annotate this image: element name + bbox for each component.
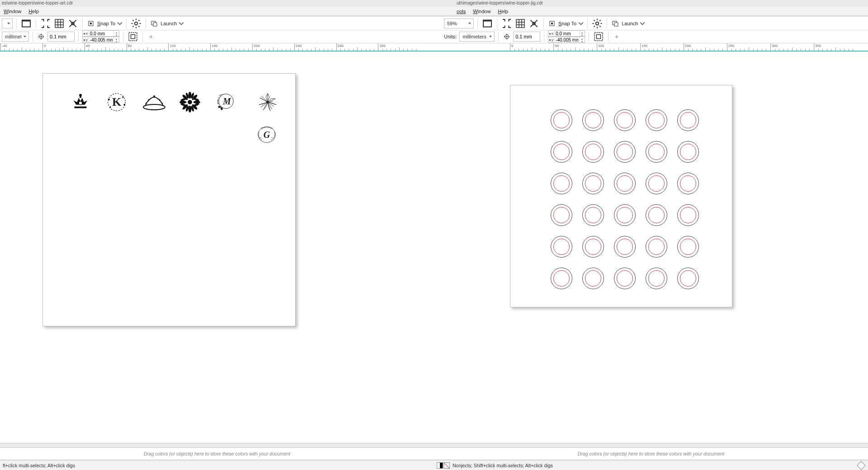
jig-circle[interactable] xyxy=(672,168,704,199)
jig-circle[interactable] xyxy=(641,168,672,199)
options-gear-icon[interactable] xyxy=(130,18,142,29)
menu-window-left[interactable]: Window xyxy=(0,8,25,15)
chevron-down-icon[interactable] xyxy=(179,19,184,28)
units-label-right: Units: xyxy=(444,34,457,39)
monogram-m-wreath-icon[interactable]: M xyxy=(215,92,236,113)
fullscreen-icon[interactable] xyxy=(20,18,32,29)
launch-window-icon xyxy=(150,19,159,28)
monogram-m-letter: M xyxy=(223,96,231,107)
svg-point-26 xyxy=(153,95,155,97)
duplicate-distance-right[interactable]: ▸x▴▾ ▸y▴▾ xyxy=(548,30,585,43)
svg-rect-19 xyxy=(597,35,601,39)
jig-circle[interactable] xyxy=(577,104,609,136)
jig-circle[interactable] xyxy=(672,104,704,136)
jig-circle[interactable] xyxy=(546,168,577,199)
workspace-left[interactable]: K M G xyxy=(0,52,434,443)
snap-to-label-left[interactable]: Snap To xyxy=(97,21,115,26)
jig-circle[interactable] xyxy=(546,199,577,231)
color-tray-right[interactable]: Drag colors (or objects) here to store t… xyxy=(434,448,868,460)
options-gear-icon[interactable] xyxy=(591,18,603,29)
jig-circle[interactable] xyxy=(672,199,704,231)
svg-rect-10 xyxy=(516,19,524,28)
jig-circle[interactable] xyxy=(672,136,704,168)
tiara-icon[interactable] xyxy=(142,94,166,111)
svg-point-34 xyxy=(179,101,186,104)
snap-to-label-right[interactable]: Snap To xyxy=(558,21,576,26)
add-preset-icon[interactable]: + xyxy=(612,33,621,40)
units-combo-left[interactable]: millimeters xyxy=(2,32,29,42)
jig-circle[interactable] xyxy=(609,136,641,168)
duplicate-distance-left[interactable]: ▸x▴▾ ▸y▴▾ xyxy=(82,30,119,43)
title-left: es\wine-toppers\wine-topper-art.cdr xyxy=(0,0,413,7)
monogram-k-letter: K xyxy=(112,95,121,109)
jig-circle[interactable] xyxy=(609,263,641,294)
outline-swatch-icon[interactable] xyxy=(443,462,450,469)
jig-circle[interactable] xyxy=(641,199,672,231)
svg-point-25 xyxy=(143,104,165,110)
jig-circle[interactable] xyxy=(546,231,577,263)
jig-circle[interactable] xyxy=(672,231,704,263)
jig-circle[interactable] xyxy=(672,263,704,294)
monogram-g-wreath-icon[interactable]: G xyxy=(256,124,277,145)
jig-circle[interactable] xyxy=(641,231,672,263)
jig-circle[interactable] xyxy=(577,136,609,168)
poinsettia-icon[interactable] xyxy=(257,92,278,113)
svg-point-28 xyxy=(159,99,160,101)
dynamic-guides-icon[interactable] xyxy=(528,18,540,29)
svg-point-23 xyxy=(108,99,110,100)
jig-circle[interactable] xyxy=(546,104,577,136)
zoom-combo-left[interactable] xyxy=(2,19,13,28)
jig-circle[interactable] xyxy=(641,136,672,168)
jig-circle[interactable] xyxy=(609,168,641,199)
units-combo-right[interactable]: millimeters xyxy=(459,32,495,42)
jig-circle[interactable] xyxy=(577,263,609,294)
jig-circle[interactable] xyxy=(546,136,577,168)
treat-as-filled-icon[interactable] xyxy=(127,31,139,42)
menu-help-right[interactable]: Help xyxy=(494,8,512,15)
workspace-right[interactable] xyxy=(434,52,868,443)
jig-circle[interactable] xyxy=(641,263,672,294)
nudge-input-right[interactable] xyxy=(513,32,540,42)
ruler-left[interactable]: -4004080120160200240280320 xyxy=(0,43,434,51)
menu-tools-right[interactable]: ools xyxy=(453,8,469,15)
align-guides-icon[interactable] xyxy=(40,18,52,29)
color-eyedrop-icon[interactable] xyxy=(857,461,866,470)
monogram-k-icon[interactable]: K xyxy=(106,92,127,113)
svg-point-49 xyxy=(218,106,221,108)
crown-ornate-icon[interactable] xyxy=(70,92,91,113)
svg-rect-17 xyxy=(131,35,135,39)
jig-circle[interactable] xyxy=(641,104,672,136)
add-preset-icon[interactable]: + xyxy=(146,33,156,40)
nudge-input-left[interactable] xyxy=(47,32,75,42)
page-left: K M G xyxy=(42,73,296,326)
chevron-down-icon[interactable] xyxy=(117,19,123,28)
jig-circle[interactable] xyxy=(577,231,609,263)
menu-help-left[interactable]: Help xyxy=(25,8,42,15)
grid-icon[interactable] xyxy=(53,18,65,29)
nudge-icon xyxy=(502,32,511,41)
jig-circle[interactable] xyxy=(546,263,577,294)
chevron-down-icon[interactable] xyxy=(578,19,584,28)
align-guides-icon[interactable] xyxy=(501,18,513,29)
zoom-combo-right[interactable]: 59% xyxy=(444,19,474,28)
fill-outline-swatch[interactable] xyxy=(437,462,450,469)
jig-circle[interactable] xyxy=(577,168,609,199)
ruler-right[interactable]: 050100150200250300350 xyxy=(434,43,868,51)
flower-daisy-icon[interactable] xyxy=(179,92,200,113)
svg-point-33 xyxy=(189,106,192,113)
fullscreen-icon[interactable] xyxy=(481,18,493,29)
jig-circle[interactable] xyxy=(609,231,641,263)
color-tray-left[interactable]: Drag colors (or objects) here to store t… xyxy=(0,448,434,460)
jig-circle[interactable] xyxy=(609,104,641,136)
menu-window-right[interactable]: Window xyxy=(469,8,494,15)
dynamic-guides-icon[interactable] xyxy=(67,18,79,29)
fill-swatch-icon[interactable] xyxy=(437,462,443,469)
jig-circle[interactable] xyxy=(609,199,641,231)
jig-circle[interactable] xyxy=(577,199,609,231)
launch-label-right[interactable]: Launch xyxy=(622,21,638,26)
grid-icon[interactable] xyxy=(514,18,526,29)
svg-rect-5 xyxy=(90,23,92,24)
treat-as-filled-icon[interactable] xyxy=(593,31,604,42)
launch-label-left[interactable]: Launch xyxy=(160,21,177,26)
chevron-down-icon[interactable] xyxy=(640,19,645,28)
